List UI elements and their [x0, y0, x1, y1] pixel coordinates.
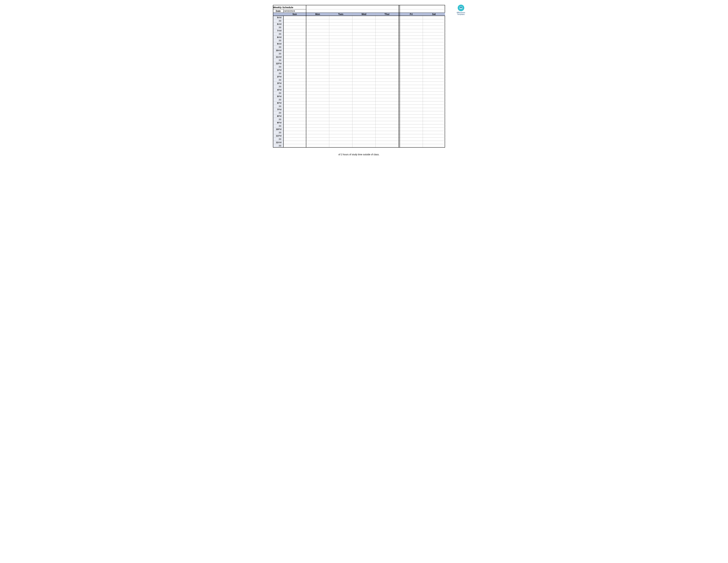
slot-cell — [329, 39, 352, 42]
slot-cell — [376, 16, 399, 19]
slot-cell — [400, 52, 423, 55]
slot-cell — [423, 39, 445, 42]
slot-cell — [352, 88, 376, 91]
slot-cell — [376, 114, 399, 118]
date-row-blank-right — [400, 9, 445, 13]
slot-cell — [329, 36, 352, 39]
slot-cell — [376, 141, 399, 144]
slot-cell — [376, 78, 399, 82]
slot-cell — [283, 19, 306, 23]
time-hour: 6 — [273, 23, 278, 26]
slot-cell — [283, 131, 306, 134]
slot-cell — [329, 141, 352, 144]
slot-cell — [306, 75, 329, 78]
day-header-timecol — [273, 13, 283, 16]
slot-cell — [400, 59, 423, 62]
slot-cell — [329, 23, 352, 26]
slot-cell — [423, 72, 445, 75]
slot-cell — [306, 108, 329, 111]
slot-cell — [423, 29, 445, 32]
slot-cell — [352, 26, 376, 29]
time-hour — [273, 131, 278, 134]
slot-cell — [376, 137, 399, 141]
slot-cell — [400, 98, 423, 101]
time-hour — [273, 72, 278, 75]
time-minute: :30 — [278, 124, 283, 128]
slot-cell — [283, 49, 306, 52]
slot-cell — [376, 91, 399, 95]
time-minute: :30 — [278, 85, 283, 88]
slot-cell — [376, 36, 399, 39]
time-hour — [273, 118, 278, 121]
slot-cell — [400, 144, 423, 147]
slot-cell — [423, 65, 445, 68]
slot-cell — [329, 88, 352, 91]
slot-cell — [283, 85, 306, 88]
time-minute: :30 — [278, 111, 283, 114]
slot-cell — [423, 88, 445, 91]
slot-cell — [376, 88, 399, 91]
slot-cell — [329, 95, 352, 98]
time-minute: :30 — [278, 137, 283, 141]
time-minute: :30 — [278, 78, 283, 82]
slot-cell — [352, 137, 376, 141]
slot-cell — [306, 118, 329, 121]
slot-cell — [376, 45, 399, 49]
slot-cell — [423, 78, 445, 82]
slot-cell — [352, 114, 376, 118]
time-minute: PM — [278, 88, 283, 91]
slot-cell — [376, 131, 399, 134]
slot-cell — [329, 101, 352, 105]
slot-cell — [352, 85, 376, 88]
slot-cell — [423, 45, 445, 49]
title-row-blank-left — [306, 5, 399, 9]
slot-cell — [306, 82, 329, 85]
time-hour: 4 — [273, 88, 278, 91]
slot-cell — [283, 26, 306, 29]
time-minute: AM — [278, 29, 283, 32]
slot-cell — [306, 114, 329, 118]
slot-cell — [400, 128, 423, 131]
slot-cell — [352, 128, 376, 131]
slot-cell — [283, 29, 306, 32]
slot-cell — [376, 101, 399, 105]
slot-cell — [376, 75, 399, 78]
slot-cell — [376, 118, 399, 121]
slot-cell — [306, 36, 329, 39]
slot-cell — [283, 65, 306, 68]
weekly-schedule-table: Weekly Schedule Date 24/03/2024 Sun Mon … — [273, 5, 445, 147]
slot-cell — [400, 95, 423, 98]
slot-cell — [376, 95, 399, 98]
slot-cell — [329, 72, 352, 75]
slot-cell — [306, 141, 329, 144]
slot-cell — [306, 19, 329, 23]
slot-cell — [400, 32, 423, 36]
slot-cell — [400, 118, 423, 121]
slot-cell — [352, 95, 376, 98]
slot-cell — [376, 121, 399, 124]
slot-cell — [329, 108, 352, 111]
slot-cell — [306, 49, 329, 52]
laptop-icon — [458, 5, 464, 11]
time-hour — [273, 59, 278, 62]
slot-cell — [306, 55, 329, 59]
slot-cell — [283, 98, 306, 101]
time-minute: :30 — [278, 91, 283, 95]
slot-cell — [306, 62, 329, 65]
slot-cell — [352, 108, 376, 111]
slot-cell — [400, 19, 423, 23]
slot-cell — [352, 36, 376, 39]
slot-cell — [376, 108, 399, 111]
slot-cell — [400, 42, 423, 45]
slot-cell — [329, 75, 352, 78]
slot-cell — [306, 59, 329, 62]
slot-cell — [306, 65, 329, 68]
day-header-sat: Sat — [423, 13, 445, 16]
slot-cell — [329, 121, 352, 124]
slot-cell — [283, 111, 306, 114]
slot-cell — [376, 29, 399, 32]
schedule-title: Weekly Schedule — [273, 5, 306, 9]
slot-cell — [423, 101, 445, 105]
time-minute: PM — [278, 128, 283, 131]
slot-cell — [329, 124, 352, 128]
